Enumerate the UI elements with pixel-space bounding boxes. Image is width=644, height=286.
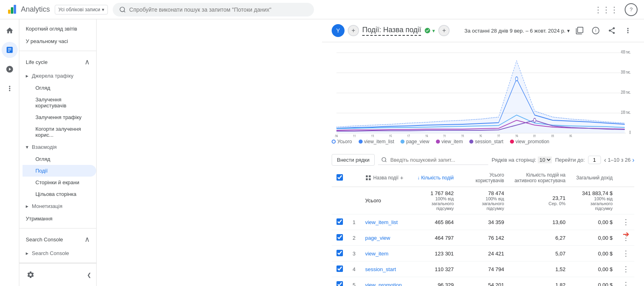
row-5-checkbox[interactable] [336,281,343,286]
row-1-link[interactable]: view_item_list [365,219,398,225]
col-header-total-users[interactable]: Усього користувачів [458,169,509,187]
table-search-input[interactable] [390,157,485,163]
rows-per-page-select[interactable]: 10 25 50 [538,156,552,163]
page-header: Y + Події: Назва події ▾ + За останні 28… [322,19,644,42]
svg-text:21: 21 [443,134,446,137]
search-input[interactable] [129,6,308,13]
svg-text:27: 27 [497,134,500,137]
legend-item-view-promotion: view_promotion [510,139,549,144]
row-4-checkbox[interactable] [336,265,343,272]
sidebar-item-events[interactable]: Події [23,165,96,177]
legend-label-view-item-list: view_item_list [364,139,394,144]
legend-item-view-item-list: view_item_list [359,139,394,144]
select-all-header[interactable] [332,169,348,187]
row-3-events-per-user: 5,07 [509,246,570,261]
nav-icon-explore[interactable] [2,61,18,77]
row-3-checkbox[interactable] [336,250,343,256]
more-options-icon[interactable] [621,24,634,37]
table-search[interactable] [378,155,488,165]
row-5-link[interactable]: view_promotion [365,282,402,286]
search-bar[interactable] [113,3,314,16]
sidebar-item-overview[interactable]: Короткий огляд звітів [19,23,96,35]
share-icon[interactable] [605,24,618,37]
table-row: 4 session_start 110 327 74 794 1,52 0,00… [332,261,634,277]
collapse-sidebar-button[interactable]: ❮ [85,270,93,280]
help-icon[interactable]: ? [625,3,638,16]
date-range-selector[interactable]: За останні 28 днів 9 вер. – 6 жовт. 2024… [464,28,570,34]
sidebar-item-traffic-acquisition[interactable]: Залучення трафіку [23,111,96,123]
goto-input[interactable] [588,156,601,164]
sidebar-item-traffic-overview[interactable]: Огляд [23,82,96,94]
row-1-checkbox-cell[interactable] [332,214,348,230]
sidebar-item-landing-pages[interactable]: Цільова сторінка [23,188,96,200]
totals-menu-cell [617,187,634,214]
group-monetization[interactable]: ▸ Монетизація [19,200,96,212]
page-nav: ‹ 1–10 з 26 › [604,156,634,164]
row-3-menu[interactable]: ⋮ [617,246,634,261]
date-range-text: За останні 28 днів 9 вер. – 6 жовт. 2024… [464,28,566,34]
chevron-status[interactable]: ▾ [432,28,435,34]
add-comparison-button[interactable]: + [348,25,359,36]
prev-page-button[interactable]: ‹ [604,156,606,164]
nav-icon-configure[interactable] [2,80,18,97]
legend-dot-view-promotion [510,140,514,144]
section-lifecycle[interactable]: Life cycle ∧ [19,54,96,70]
col-header-revenue[interactable]: Загальний дохід [570,169,617,187]
row-4-link[interactable]: session_start [365,266,396,272]
account-selector[interactable]: Усі облікові записи ▾ [55,5,108,14]
section-search-console[interactable]: Search Console ∧ [19,232,96,247]
insights-icon[interactable]: i [589,24,602,37]
row-1-menu[interactable]: ⋮ [617,214,634,230]
row-3-total-users: 24 421 [458,246,509,261]
add-dimension-button[interactable]: + [400,175,403,181]
select-all-checkbox[interactable] [336,174,343,181]
chevron-up-icon-sc: ∧ [85,235,90,244]
row-5-menu[interactable]: ⋮ [617,277,634,286]
row-3-event-count: 123 301 [412,246,458,261]
account-label: Усі облікові записи [58,7,100,12]
row-1-name[interactable]: view_item_list [360,214,412,230]
sidebar-item-cohorts[interactable]: Когорти залучення корис... [23,123,96,141]
sidebar-item-retention[interactable]: Утримання [19,212,96,225]
add-metric-button[interactable]: + [438,25,450,36]
row-3-name[interactable]: view_item [360,246,412,261]
group-engagement[interactable]: ▾ Взаємодія [19,141,96,153]
header-actions: За останні 28 днів 9 вер. – 6 жовт. 2024… [464,24,634,37]
row-4-checkbox-cell[interactable] [332,261,348,277]
legend-label-view-item: view_item [442,139,463,144]
sidebar-item-engagement-overview[interactable]: Огляд [23,153,96,165]
row-3-checkbox-cell[interactable] [332,246,348,261]
svg-text:100 тис.: 100 тис. [621,110,631,115]
col-header-events-per-user[interactable]: Кількість подій на активного користувача [509,169,570,187]
sidebar-item-pages[interactable]: Сторінки й екрани [23,177,96,188]
nav-icon-reports[interactable] [2,42,18,58]
row-4-name[interactable]: session_start [360,261,412,277]
chart-container: 400 тис. 300 тис. 200 тис. 100 тис. 0 [322,42,644,151]
sidebar-item-realtime[interactable]: У реальному часі [19,35,96,47]
svg-text:11: 11 [353,134,356,137]
row-2-link[interactable]: page_view [365,235,390,241]
group-search-console[interactable]: ▸ Search Console [19,247,96,259]
row-2-name[interactable]: page_view [360,230,412,246]
compare-icon[interactable] [573,24,586,37]
nav-icon-home[interactable] [2,23,18,39]
row-2-checkbox[interactable] [336,234,343,241]
row-5-checkbox-cell[interactable] [332,277,348,286]
apps-icon[interactable]: ⋮⋮⋮ [594,5,618,14]
col-header-event-count[interactable]: ↓ Кількість подій [412,169,458,187]
sidebar-item-user-acquisition[interactable]: Залучення користувачів [23,94,96,111]
next-page-button[interactable]: › [632,156,634,164]
row-1-checkbox[interactable] [336,218,343,225]
row-5-name[interactable]: view_promotion [360,277,412,286]
table-row: 2 page_view 464 797 76 142 6,27 0,00 $ ➔… [332,230,634,246]
group-traffic-sources[interactable]: ▸ Джерела трафіку [19,70,96,82]
col-header-event-name[interactable]: Назва події + [360,169,412,187]
add-rows-button[interactable]: Внести рядки [332,154,375,166]
svg-text:19: 19 [425,134,428,137]
row-3-link[interactable]: view_item [365,251,388,257]
row-4-menu[interactable]: ⋮ [617,261,634,277]
row-1-event-count: 465 864 [412,214,458,230]
settings-icon[interactable] [23,267,39,283]
svg-rect-39 [369,175,371,177]
row-2-checkbox-cell[interactable] [332,230,348,246]
